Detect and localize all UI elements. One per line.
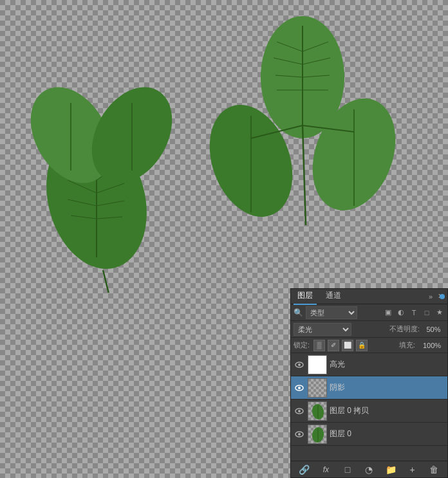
add-mask-button[interactable]: □ — [341, 463, 354, 476]
layer-thumb-layer0copy — [308, 401, 327, 421]
lock-row: 锁定: ▒ ✐ ⬜ 🔒 填充: 100% — [291, 338, 447, 353]
layer-name-shadow: 阴影 — [330, 382, 445, 393]
fill-value[interactable]: 100% — [419, 342, 445, 349]
panel-bottom-toolbar: 🔗 fx □ ◔ 📁 + 🗑 — [291, 461, 447, 477]
leaf-image — [0, 0, 448, 293]
lock-transparent-button[interactable]: ▒ — [313, 340, 325, 351]
lock-label: 锁定: — [294, 340, 310, 350]
double-arrow-icon[interactable]: » — [427, 291, 434, 302]
tab-channels[interactable]: 通道 — [322, 288, 345, 305]
layer-name-layer0: 图层 0 — [330, 428, 445, 439]
layer-thumb-shadow — [308, 378, 327, 398]
blend-mode-select[interactable]: 柔光 — [294, 323, 351, 336]
lock-icons: ▒ ✐ ⬜ 🔒 — [313, 340, 368, 351]
adjustment-filter-icon[interactable]: ◐ — [396, 308, 406, 318]
layer-0-clipping[interactable]: 图层 0 拷贝 — [291, 400, 447, 423]
tab-layers[interactable]: 图层 — [294, 288, 317, 305]
layer-thumb-highlight — [308, 355, 327, 374]
lock-move-button[interactable]: ⬜ — [342, 340, 353, 351]
lock-paint-button[interactable]: ✐ — [328, 340, 339, 351]
smartobject-filter-icon[interactable]: ★ — [434, 308, 445, 318]
opacity-label: 不透明度: — [389, 324, 420, 334]
delete-layer-button[interactable]: 🗑 — [427, 463, 440, 476]
eye-icon-layer0[interactable] — [294, 428, 305, 440]
filter-row: 🔍 类型 ▣ ◐ T □ ★ — [291, 304, 447, 321]
link-layers-button[interactable]: 🔗 — [298, 463, 311, 476]
lock-all-button[interactable]: 🔒 — [356, 340, 368, 351]
svg-point-41 — [298, 433, 301, 436]
filter-type-select[interactable]: 类型 — [306, 306, 357, 319]
panel-tabs: 图层 通道 — [294, 288, 345, 305]
layer-name-layer0copy: 图层 0 拷贝 — [330, 405, 445, 416]
add-adjustment-button[interactable]: ◔ — [362, 463, 375, 476]
fx-button[interactable]: fx — [319, 463, 332, 476]
svg-point-37 — [298, 410, 301, 412]
layers-panel: 图层 通道 » ✕ 🔍 类型 ▣ ◐ T □ ★ 柔光 不透明度: 50% 锁定… — [290, 288, 448, 478]
new-layer-button[interactable]: + — [406, 463, 419, 476]
search-icon: 🔍 — [294, 308, 303, 317]
svg-line-14 — [103, 270, 113, 293]
svg-point-33 — [298, 363, 301, 366]
panel-header: 图层 通道 » ✕ — [291, 289, 447, 304]
svg-point-35 — [298, 387, 301, 389]
eye-icon-highlight[interactable] — [294, 359, 305, 371]
layer-0[interactable]: 图层 0 — [291, 423, 447, 446]
pixel-filter-icon[interactable]: ▣ — [383, 308, 393, 318]
filter-active-dot — [440, 294, 445, 299]
eye-icon-layer0copy[interactable] — [294, 405, 305, 417]
opacity-value[interactable]: 50% — [422, 326, 445, 333]
shape-filter-icon[interactable]: □ — [422, 308, 432, 318]
eye-icon-shadow[interactable] — [294, 382, 305, 394]
layer-name-highlight: 高光 — [330, 359, 445, 370]
svg-line-31 — [303, 125, 306, 225]
layer-shadow[interactable]: 阴影 — [291, 376, 447, 400]
blend-mode-row: 柔光 不透明度: 50% — [291, 321, 447, 338]
layer-thumb-layer0 — [308, 425, 327, 444]
type-filter-icon[interactable]: T — [409, 308, 419, 318]
fill-label: 填充: — [399, 340, 415, 350]
filter-icons-row: ▣ ◐ T □ ★ — [383, 308, 445, 318]
layer-highlight[interactable]: 高光 — [291, 353, 447, 376]
new-group-button[interactable]: 📁 — [384, 463, 397, 476]
